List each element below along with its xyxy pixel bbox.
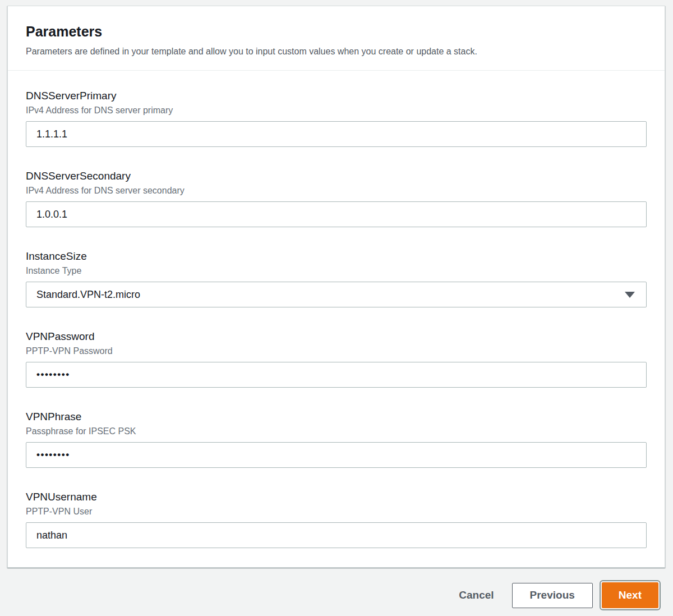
panel-description: Parameters are defined in your template …: [26, 45, 647, 58]
vpn-password-input[interactable]: [26, 362, 647, 388]
instance-size-description: Instance Type: [26, 265, 647, 277]
dns-server-primary-description: IPv4 Address for DNS server primary: [26, 104, 647, 117]
vpn-phrase-input[interactable]: [26, 442, 647, 468]
field-vpn-phrase: VPNPhrase Passphrase for IPSEC PSK: [26, 410, 647, 468]
field-vpn-username: VPNUsername PPTP-VPN User: [26, 490, 647, 548]
parameters-form: DNSServerPrimary IPv4 Address for DNS se…: [8, 71, 665, 567]
vpn-phrase-label: VPNPhrase: [26, 410, 647, 424]
vpn-password-label: VPNPassword: [26, 329, 647, 344]
field-vpn-password: VPNPassword PPTP-VPN Password: [26, 329, 647, 388]
field-dns-server-primary: DNSServerPrimary IPv4 Address for DNS se…: [26, 89, 647, 147]
dns-server-secondary-input[interactable]: [26, 201, 647, 227]
previous-button[interactable]: Previous: [512, 583, 593, 608]
next-button[interactable]: Next: [602, 582, 658, 608]
dns-server-primary-input[interactable]: [26, 121, 647, 147]
field-instance-size: InstanceSize Instance Type Standard.VPN-…: [26, 249, 647, 307]
instance-size-selected-option: Standard.VPN-t2.micro: [36, 289, 140, 301]
wizard-footer: Cancel Previous Next: [7, 568, 665, 608]
cancel-button[interactable]: Cancel: [457, 583, 496, 607]
page: Parameters Parameters are defined in you…: [0, 0, 673, 616]
vpn-username-label: VPNUsername: [26, 490, 647, 504]
parameters-panel: Parameters Parameters are defined in you…: [7, 6, 665, 568]
dns-server-primary-label: DNSServerPrimary: [26, 89, 647, 103]
vpn-password-description: PPTP-VPN Password: [26, 345, 647, 357]
field-dns-server-secondary: DNSServerSecondary IPv4 Address for DNS …: [26, 169, 647, 227]
panel-header: Parameters Parameters are defined in you…: [8, 6, 665, 71]
vpn-username-input[interactable]: [26, 522, 647, 548]
instance-size-select[interactable]: Standard.VPN-t2.micro: [26, 282, 647, 307]
instance-size-label: InstanceSize: [26, 249, 647, 264]
dns-server-secondary-description: IPv4 Address for DNS server secondary: [26, 185, 647, 197]
vpn-username-description: PPTP-VPN User: [26, 505, 647, 518]
vpn-phrase-description: Passphrase for IPSEC PSK: [26, 425, 647, 438]
page-title: Parameters: [26, 23, 647, 40]
caret-down-icon: [625, 292, 635, 298]
dns-server-secondary-label: DNSServerSecondary: [26, 169, 647, 183]
